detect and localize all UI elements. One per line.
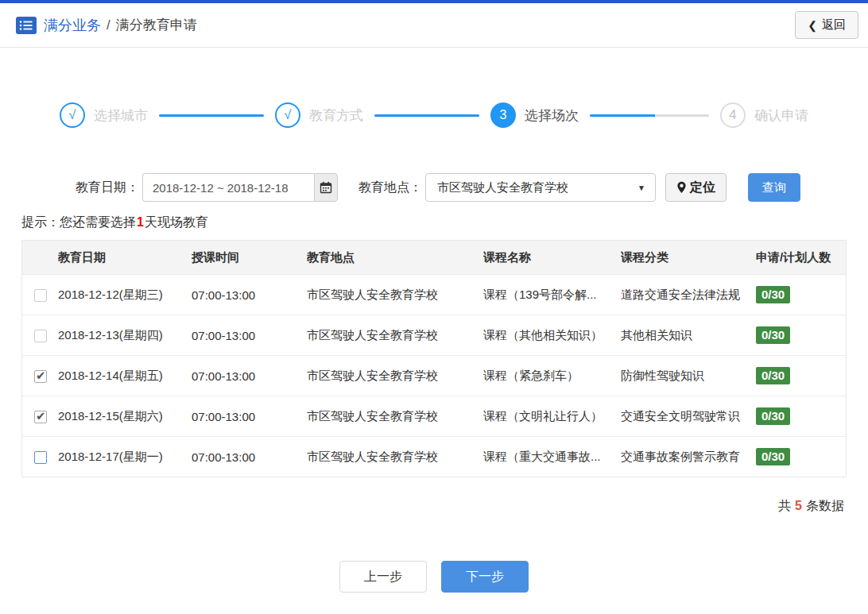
hint-days-remaining: 1 <box>136 215 145 229</box>
cell-course-category: 交通安全文明驾驶常识 <box>621 409 756 424</box>
calendar-button[interactable] <box>314 173 338 202</box>
step-4-confirm-application: 4 确认申请 <box>720 102 808 128</box>
footer-actions: 上一步 下一步 <box>0 561 868 593</box>
step-indicator: √ 选择城市 √ 教育方式 3 选择场次 4 确认申请 <box>0 102 868 129</box>
cell-applied-planned: 0/30 <box>756 326 846 345</box>
table-row: 2018-12-14(星期五) 07:00-13:00 市区驾驶人安全教育学校 … <box>22 355 846 396</box>
cell-education-date: 2018-12-13(星期四) <box>58 328 192 343</box>
date-range-group <box>142 173 338 202</box>
chevron-left-icon: ❮ <box>808 19 817 32</box>
hint-prefix: 提示：您还需要选择 <box>21 215 136 229</box>
row-checkbox[interactable] <box>34 451 47 464</box>
step-3-number: 3 <box>490 102 516 128</box>
cell-course-name: 课程（文明礼让行人） <box>483 409 621 424</box>
checkbox-cell <box>22 328 58 342</box>
header-class-time: 授课时间 <box>192 250 307 265</box>
locate-label: 定位 <box>690 180 715 196</box>
cell-education-location: 市区驾驶人安全教育学校 <box>307 450 483 465</box>
checkbox-cell <box>22 288 58 302</box>
back-button[interactable]: ❮ 返回 <box>795 11 858 39</box>
header-course-category: 课程分类 <box>621 250 756 265</box>
capacity-badge: 0/30 <box>756 326 790 345</box>
cell-applied-planned: 0/30 <box>756 286 846 304</box>
cell-applied-planned: 0/30 <box>756 407 846 426</box>
cell-course-category: 其他相关知识 <box>621 328 756 343</box>
summary-suffix: 条数据 <box>806 499 844 512</box>
hint-suffix: 天现场教育 <box>145 215 208 229</box>
cell-class-time: 07:00-13:00 <box>192 329 307 342</box>
cell-education-date: 2018-12-12(星期三) <box>58 288 192 303</box>
summary-prefix: 共 <box>778 499 791 512</box>
header-course-name: 课程名称 <box>483 250 621 265</box>
cell-applied-planned: 0/30 <box>756 448 846 466</box>
education-location-select[interactable]: 市区驾驶人安全教育学校 ▼ <box>425 173 656 202</box>
list-icon <box>16 17 37 34</box>
cell-course-category: 道路交通安全法律法规 <box>621 288 756 303</box>
header-education-date: 教育日期 <box>58 250 192 265</box>
step-connector-1 <box>159 114 264 117</box>
record-count: 5 <box>795 499 802 512</box>
breadcrumb-separator: / <box>107 17 110 33</box>
table-header-row: 教育日期 授课时间 教育地点 课程名称 课程分类 申请/计划人数 <box>22 241 846 274</box>
row-checkbox[interactable] <box>34 330 47 342</box>
education-date-input[interactable] <box>142 173 314 202</box>
cell-class-time: 07:00-13:00 <box>192 288 307 302</box>
next-step-button[interactable]: 下一步 <box>441 561 529 593</box>
step-3-label: 选择场次 <box>525 106 579 125</box>
capacity-badge: 0/30 <box>756 448 790 466</box>
education-date-label: 教育日期： <box>76 180 139 196</box>
record-count-summary: 共5条数据 <box>24 498 844 515</box>
capacity-badge: 0/30 <box>756 367 790 385</box>
step-3-select-session: 3 选择场次 <box>490 102 579 128</box>
cell-course-name: 课程（139号部令解... <box>483 288 621 303</box>
cell-education-location: 市区驾驶人安全教育学校 <box>307 288 483 303</box>
calendar-icon <box>320 181 332 194</box>
checkbox-cell <box>22 409 58 423</box>
table-row: 2018-12-13(星期四) 07:00-13:00 市区驾驶人安全教育学校 … <box>22 315 846 355</box>
cell-class-time: 07:00-13:00 <box>192 369 307 383</box>
step-4-number: 4 <box>720 102 746 128</box>
header-education-location: 教育地点 <box>307 250 483 265</box>
cell-education-date: 2018-12-14(星期五) <box>58 369 192 384</box>
cell-education-location: 市区驾驶人安全教育学校 <box>307 328 483 343</box>
step-2-check-icon: √ <box>275 102 300 128</box>
header: 满分业务 / 满分教育申请 ❮ 返回 <box>0 3 868 48</box>
education-location-label: 教育地点： <box>358 180 422 196</box>
capacity-badge: 0/30 <box>756 407 790 426</box>
header-applied-planned: 申请/计划人数 <box>756 250 846 265</box>
cell-education-date: 2018-12-17(星期一) <box>58 450 192 465</box>
cell-education-date: 2018-12-15(星期六) <box>58 409 192 424</box>
cell-class-time: 07:00-13:00 <box>192 410 307 423</box>
locate-button[interactable]: 定位 <box>665 173 727 202</box>
step-connector-3 <box>590 114 709 117</box>
previous-step-button[interactable]: 上一步 <box>339 561 427 593</box>
step-1-check-icon: √ <box>60 102 85 128</box>
chevron-down-icon: ▼ <box>637 183 645 192</box>
step-connector-2 <box>374 114 479 117</box>
education-location-value: 市区驾驶人安全教育学校 <box>437 180 637 195</box>
row-checkbox[interactable] <box>34 411 47 423</box>
search-button[interactable]: 查询 <box>748 173 800 202</box>
step-4-label: 确认申请 <box>754 106 808 125</box>
row-checkbox[interactable] <box>34 370 47 383</box>
capacity-badge: 0/30 <box>756 286 790 304</box>
table-row: 2018-12-17(星期一) 07:00-13:00 市区驾驶人安全教育学校 … <box>22 436 846 477</box>
checkbox-cell <box>22 369 58 383</box>
cell-course-category: 防御性驾驶知识 <box>621 369 756 384</box>
cell-course-category: 交通事故案例警示教育 <box>621 450 756 465</box>
cell-education-location: 市区驾驶人安全教育学校 <box>307 369 483 384</box>
session-table: 教育日期 授课时间 教育地点 课程名称 课程分类 申请/计划人数 2018-12… <box>21 240 847 477</box>
cell-course-name: 课程（其他相关知识） <box>483 328 621 343</box>
row-checkbox[interactable] <box>34 289 47 302</box>
step-1-label: 选择城市 <box>94 106 148 125</box>
step-2-education-method: √ 教育方式 <box>275 102 363 128</box>
step-1-select-city: √ 选择城市 <box>60 102 148 128</box>
breadcrumb-primary[interactable]: 满分业务 <box>44 16 101 35</box>
cell-education-location: 市区驾驶人安全教育学校 <box>307 409 483 424</box>
filter-bar: 教育日期： 教育地点： 市区驾驶人安全教育学校 ▼ <box>0 173 868 202</box>
table-row: 2018-12-15(星期六) 07:00-13:00 市区驾驶人安全教育学校 … <box>22 396 846 436</box>
cell-course-name: 课程（重大交通事故... <box>483 450 621 465</box>
cell-course-name: 课程（紧急刹车） <box>483 369 621 384</box>
step-2-label: 教育方式 <box>309 106 363 125</box>
back-label: 返回 <box>822 17 846 33</box>
